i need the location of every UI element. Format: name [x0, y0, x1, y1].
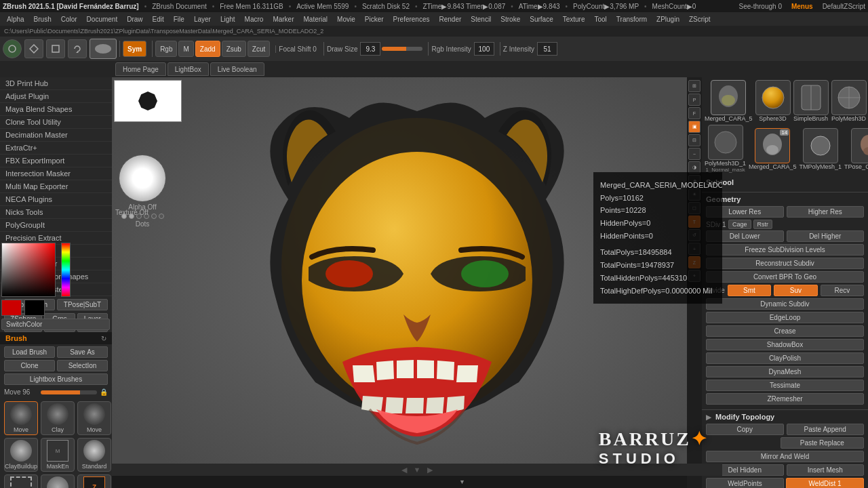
zcut-btn[interactable]: Zcut	[248, 41, 270, 57]
right-icon-floor[interactable]: F	[688, 107, 701, 119]
stroke-btn[interactable]	[90, 39, 117, 59]
higher-res-btn[interactable]: Higher Res	[787, 206, 865, 218]
dynamesh-btn[interactable]: DynaMesh	[706, 366, 864, 378]
paste-replace-btn[interactable]: Paste Replace	[781, 437, 865, 449]
modify-topology-title[interactable]: ▶ Modify Topology	[706, 413, 864, 421]
thumb-polymesh3d1-img[interactable]	[708, 125, 743, 160]
thumb-simplebrush[interactable]: SimpleBrush	[793, 80, 829, 122]
del-higher-btn[interactable]: Del Higher	[787, 230, 865, 242]
move-tool-btn[interactable]	[24, 39, 43, 58]
alpha-dot-5[interactable]	[151, 214, 157, 219]
shadowbox-btn[interactable]: ShadowBox	[706, 339, 864, 350]
see-through[interactable]: See-through 0	[739, 3, 782, 10]
menu-preferences[interactable]: Preferences	[389, 15, 434, 24]
symmetry-btn[interactable]: Sym	[123, 41, 146, 57]
brush-zmodeler[interactable]: Z ZModeler	[77, 474, 111, 488]
sidebar-clone-tool[interactable]: Clone Tool Utility	[0, 116, 112, 129]
menu-texture[interactable]: Texture	[559, 15, 589, 24]
weld-dist-btn[interactable]: WeldDist 1	[786, 478, 864, 488]
zsub-btn[interactable]: Zsub	[222, 41, 246, 57]
zadd-btn[interactable]: Zadd	[195, 41, 220, 57]
brush-selectrect[interactable]: SelectRect	[4, 474, 38, 488]
menu-macro[interactable]: Macro	[241, 15, 268, 24]
menu-file[interactable]: File	[170, 15, 189, 24]
crease-btn[interactable]: Crease	[706, 325, 864, 337]
menu-zplugin[interactable]: ZPlugin	[652, 15, 684, 24]
nav-left-arrow[interactable]: ◀	[401, 466, 407, 474]
m-btn[interactable]: M	[178, 41, 193, 57]
thumb-tpose-cabeza[interactable]: TPose_CABEZA5	[844, 128, 868, 170]
menu-layer[interactable]: Layer	[190, 15, 215, 24]
right-icon-poly[interactable]: ▣	[688, 121, 701, 133]
smt-btn[interactable]: Smt	[728, 285, 771, 296]
tab-home-page[interactable]: Home Page	[115, 62, 166, 76]
thumb-sphere3d-img[interactable]	[755, 80, 791, 115]
menu-surface[interactable]: Surface	[526, 15, 557, 24]
alpha-display[interactable]	[119, 155, 166, 202]
sidebar-nicks[interactable]: Nicks Tools	[0, 206, 112, 219]
tab-lightbox[interactable]: LightBox	[167, 62, 209, 76]
menu-render[interactable]: Render	[435, 15, 466, 24]
switch-color-btn[interactable]: SwitchColor	[1, 319, 110, 330]
menu-transform[interactable]: Transform	[612, 15, 651, 24]
brush-masken[interactable]: M MaskEn	[41, 438, 75, 472]
menus-label[interactable]: Menus	[791, 3, 813, 10]
menu-stencil[interactable]: Stencil	[467, 15, 495, 24]
right-icon-smooth[interactable]: ~	[688, 148, 701, 160]
menu-material[interactable]: Material	[300, 15, 332, 24]
draw-size-slider[interactable]	[382, 47, 422, 51]
sidebar-polygroupit[interactable]: PolyGroupIt	[0, 219, 112, 232]
right-icon-wire[interactable]: ⊟	[688, 134, 701, 146]
thumb-merged-cara2-img[interactable]: 14	[755, 128, 790, 163]
menu-zscript[interactable]: ZScript	[685, 15, 715, 24]
convert-bpr-btn[interactable]: Convert BPR To Geo	[706, 271, 864, 283]
sidebar-fbx[interactable]: FBX ExportImport	[0, 155, 112, 167]
menu-tool[interactable]: Tool	[591, 15, 611, 24]
rstr-btn[interactable]: Rstr	[753, 220, 773, 229]
claypolish-btn[interactable]: ClayPolish	[706, 352, 864, 364]
brush-clay[interactable]: Clay	[41, 401, 75, 435]
thumb-merged-cara[interactable]: Merged_CARA_5	[705, 80, 753, 122]
brush-refresh-icon[interactable]: ↻	[101, 335, 106, 342]
rgb-intensity-value[interactable]: 100	[474, 42, 494, 56]
lightbox-brushes-btn[interactable]: Lightbox Brushes	[4, 373, 108, 385]
paste-append-btn[interactable]: Paste Append	[787, 424, 865, 435]
main-viewport[interactable]: Merged_CARA_SERIA_MODELADO2_2 Polys=1016…	[112, 77, 722, 488]
sidebar-multimap[interactable]: Multi Map Exporter	[0, 180, 112, 193]
subtool-title[interactable]: Subtool	[706, 178, 864, 186]
geometry-title[interactable]: Geometry	[706, 195, 864, 203]
sidebar-3d-print[interactable]: 3D Print Hub	[0, 77, 112, 90]
suv-btn[interactable]: Suv	[774, 285, 817, 296]
sidebar-maya-blend[interactable]: Maya Blend Shapes	[0, 103, 112, 116]
brush-move2[interactable]: Move	[77, 401, 111, 435]
rgb-btn[interactable]: Rgb	[155, 41, 177, 57]
menu-marker[interactable]: Marker	[269, 15, 298, 24]
nav-right-arrow[interactable]: ▶	[427, 466, 433, 474]
thumb-polymesh3d[interactable]: PolyMesh3D	[831, 80, 867, 122]
tessimate-btn[interactable]: Tessimate	[706, 380, 864, 391]
thumb-sphere3d[interactable]: Sphere3D	[755, 80, 791, 122]
color-picker[interactable]	[1, 243, 56, 297]
hue-bar[interactable]	[61, 243, 71, 297]
thumbnail-box[interactable]	[114, 80, 182, 122]
brush-move[interactable]: Move	[4, 401, 38, 435]
save-as-btn[interactable]: Save As	[57, 346, 108, 358]
clone-btn[interactable]: Clone	[4, 360, 55, 371]
sidebar-intersection[interactable]: Intersection Masker	[0, 167, 112, 180]
z-intensity-value[interactable]: 51	[537, 42, 557, 56]
thumb-simplebrush-img[interactable]	[793, 80, 829, 115]
mirror-weld-btn[interactable]: Mirror And Weld	[706, 451, 864, 462]
tab-live-boolean[interactable]: Live Boolean	[210, 62, 264, 76]
thumb-merged-cara-img[interactable]	[711, 80, 746, 115]
menu-brush[interactable]: Brush	[30, 15, 56, 24]
selection-btn[interactable]: SelectIon	[57, 360, 108, 371]
draw-tool-btn[interactable]	[3, 39, 22, 58]
weld-points-btn[interactable]: WeldPoints	[706, 478, 784, 488]
background-color[interactable]	[24, 300, 45, 316]
edge-loop-btn[interactable]: EdgeLoop	[706, 312, 864, 323]
menu-alpha[interactable]: Alpha	[3, 15, 28, 24]
load-brush-btn[interactable]: Load Brush	[4, 346, 55, 358]
right-icon-persp[interactable]: P	[688, 94, 701, 106]
nav-center[interactable]: ▼	[414, 466, 421, 474]
brush-claybuildup[interactable]: ClayBuildup	[4, 438, 38, 472]
